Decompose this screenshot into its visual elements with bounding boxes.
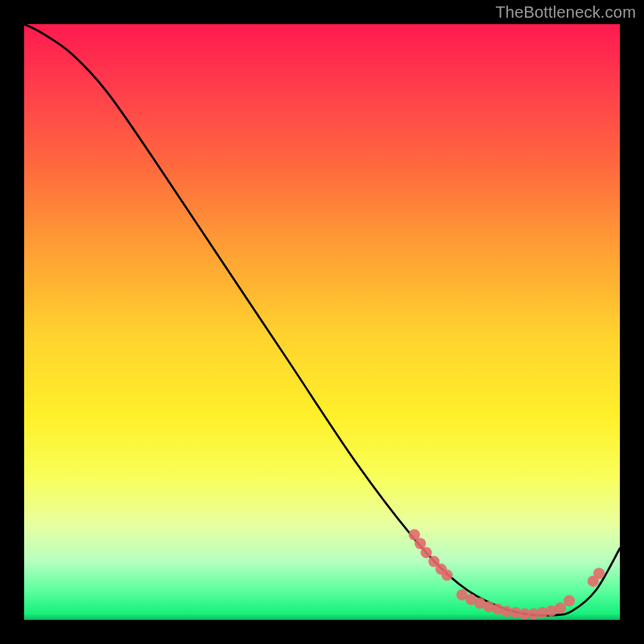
data-marker xyxy=(564,595,575,606)
chart-svg xyxy=(24,24,620,620)
marker-layer xyxy=(409,529,605,619)
data-marker xyxy=(421,547,432,558)
bottleneck-curve xyxy=(24,24,620,615)
data-marker xyxy=(441,570,452,581)
plot-area xyxy=(24,24,620,620)
data-marker xyxy=(593,568,605,579)
data-marker xyxy=(555,602,566,613)
chart-stage: TheBottleneck.com xyxy=(0,0,644,644)
curve-layer xyxy=(24,24,620,615)
watermark-text: TheBottleneck.com xyxy=(495,3,636,22)
